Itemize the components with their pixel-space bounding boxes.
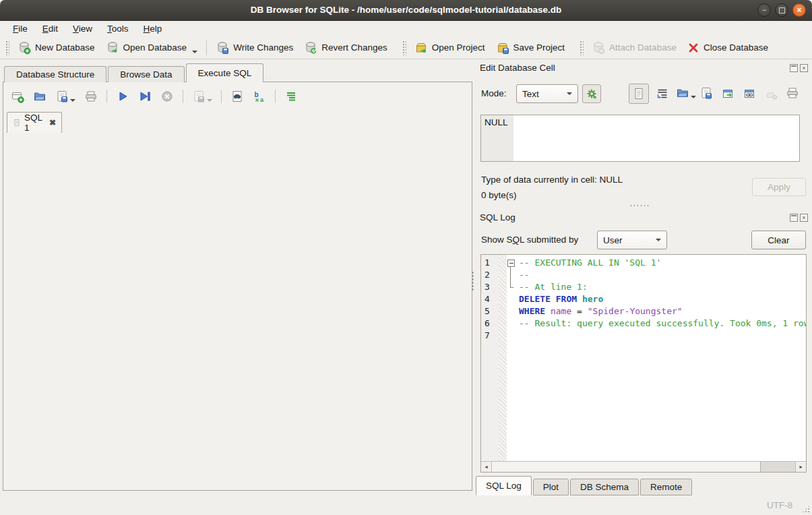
find-button[interactable] bbox=[230, 90, 244, 103]
open-new-tab-button[interactable] bbox=[11, 90, 24, 103]
sql-tab[interactable]: SQL 1 ✖ bbox=[7, 112, 62, 133]
execute-line-button[interactable] bbox=[138, 90, 152, 103]
tab-db-schema[interactable]: DB Schema bbox=[570, 479, 639, 495]
database-open-icon bbox=[106, 41, 119, 55]
new-database-button[interactable]: New Database bbox=[12, 38, 100, 57]
tab-plot[interactable]: Plot bbox=[533, 479, 569, 495]
apply-button[interactable]: Apply bbox=[752, 178, 806, 196]
toolbar-grip[interactable] bbox=[402, 40, 406, 55]
menu-help[interactable]: Help bbox=[136, 22, 170, 36]
write-changes-button[interactable]: Write Changes bbox=[210, 38, 299, 57]
attach-database-button[interactable]: Attach Database bbox=[586, 38, 682, 57]
tab-database-structure[interactable]: Database Structure bbox=[4, 66, 106, 82]
copy-link-button[interactable] bbox=[743, 87, 756, 100]
database-write-icon bbox=[216, 41, 229, 55]
toolbar-grip[interactable] bbox=[580, 40, 584, 55]
set-null-button[interactable] bbox=[765, 88, 778, 102]
toolbar-separator bbox=[206, 40, 207, 55]
maximize-button[interactable] bbox=[775, 3, 788, 17]
scroll-right-arrow[interactable]: ▸ bbox=[795, 462, 806, 472]
sql-log-panel: 1234567 -- EXECUTING ALL IN 'SQL 1'---- … bbox=[480, 254, 807, 473]
resize-grip[interactable] bbox=[802, 505, 810, 513]
save-sql-file-button[interactable] bbox=[55, 90, 75, 103]
fold-marker-icon[interactable] bbox=[507, 257, 516, 269]
print-button[interactable] bbox=[84, 90, 98, 103]
external-window-icon bbox=[721, 87, 735, 100]
cell-log-splitter[interactable] bbox=[480, 203, 800, 208]
dock-float-button[interactable] bbox=[790, 214, 798, 222]
sql-log-view[interactable]: 1234567 -- EXECUTING ALL IN 'SQL 1'---- … bbox=[480, 254, 807, 473]
save-project-button[interactable]: Save Project bbox=[491, 38, 571, 57]
log-horizontal-scrollbar[interactable]: ◂ ▸ bbox=[481, 461, 806, 472]
open-database-button[interactable]: Open Database bbox=[100, 38, 204, 57]
line-number: 6 bbox=[481, 317, 499, 330]
toolbar-grip[interactable] bbox=[5, 40, 9, 55]
replace-button[interactable] bbox=[253, 90, 266, 103]
scroll-left-arrow[interactable]: ◂ bbox=[481, 462, 492, 472]
tab-remote[interactable]: Remote bbox=[640, 479, 692, 495]
stop-button[interactable] bbox=[160, 90, 174, 103]
toolbar-separator bbox=[221, 90, 222, 103]
toolbar-separator bbox=[106, 90, 107, 103]
cell-value-editor[interactable]: NULL bbox=[480, 115, 800, 162]
text-mode-toggle-button[interactable] bbox=[629, 84, 649, 104]
save-file-icon bbox=[55, 90, 69, 103]
menu-view[interactable]: View bbox=[65, 22, 100, 36]
mode-value: Text bbox=[522, 89, 539, 99]
tab-execute-sql[interactable]: Execute SQL bbox=[186, 63, 264, 82]
format-sql-button[interactable] bbox=[284, 90, 298, 103]
scrollbar-thumb[interactable] bbox=[492, 462, 761, 472]
save-project-label: Save Project bbox=[513, 42, 565, 53]
open-project-button[interactable]: Open Project bbox=[409, 38, 491, 57]
mode-combobox[interactable]: Text bbox=[516, 84, 578, 103]
minimize-button[interactable]: − bbox=[757, 3, 771, 17]
fold-marker-icon bbox=[507, 269, 516, 281]
toolbar-separator bbox=[183, 90, 183, 103]
stop-icon bbox=[160, 90, 174, 103]
execute-sql-page bbox=[3, 82, 472, 491]
dropdown-caret-icon bbox=[207, 99, 212, 102]
execute-line-icon bbox=[138, 90, 152, 103]
link-icon bbox=[743, 87, 756, 100]
revert-changes-button[interactable]: Revert Changes bbox=[299, 38, 393, 57]
dropdown-caret-icon bbox=[70, 99, 75, 102]
import-cell-data-button[interactable] bbox=[676, 86, 696, 100]
database-revert-icon bbox=[304, 41, 317, 55]
database-close-icon bbox=[687, 42, 699, 54]
auto-apply-button[interactable] bbox=[582, 84, 601, 103]
write-changes-label: Write Changes bbox=[233, 42, 293, 53]
print-cell-button[interactable] bbox=[786, 86, 799, 100]
dock-close-button[interactable]: × bbox=[800, 214, 808, 222]
open-sql-file-button[interactable] bbox=[33, 90, 46, 103]
database-new-icon bbox=[18, 41, 31, 55]
submitted-by-combobox[interactable]: User bbox=[597, 231, 667, 249]
clear-log-button[interactable]: Clear bbox=[751, 231, 806, 249]
sql-file-icon bbox=[13, 118, 21, 127]
dock-float-button[interactable] bbox=[790, 64, 798, 72]
dropdown-caret-icon[interactable] bbox=[192, 51, 197, 53]
title-bar: DB Browser for SQLite - /home/user/code/… bbox=[0, 0, 812, 21]
close-database-button[interactable]: Close Database bbox=[682, 39, 774, 57]
document-icon bbox=[632, 87, 646, 100]
tab-browse-data[interactable]: Browse Data bbox=[108, 66, 184, 82]
dock-close-button[interactable]: × bbox=[800, 64, 808, 72]
menu-bar: File Edit View Tools Help bbox=[0, 20, 812, 36]
export-cell-data-button[interactable] bbox=[699, 86, 713, 100]
close-tab-icon[interactable]: ✖ bbox=[49, 118, 56, 127]
line-number: 4 bbox=[481, 293, 499, 305]
menu-edit[interactable]: Edit bbox=[35, 22, 65, 36]
toolbar-separator bbox=[275, 90, 276, 103]
save-results-button[interactable] bbox=[192, 90, 212, 103]
close-button[interactable]: × bbox=[792, 3, 806, 17]
fold-margin bbox=[499, 255, 507, 472]
open-external-button[interactable] bbox=[721, 87, 735, 100]
menu-tools[interactable]: Tools bbox=[100, 22, 136, 36]
dock-close-icon: × bbox=[802, 65, 805, 71]
word-wrap-button[interactable] bbox=[656, 87, 669, 100]
tab-sql-log[interactable]: SQL Log bbox=[476, 476, 532, 495]
execute-all-button[interactable] bbox=[116, 90, 129, 103]
edit-cell-title: Edit Database Cell bbox=[480, 63, 555, 73]
open-file-icon bbox=[676, 86, 689, 100]
menu-file[interactable]: File bbox=[5, 22, 35, 36]
sql-tab-label: SQL 1 bbox=[24, 113, 46, 133]
